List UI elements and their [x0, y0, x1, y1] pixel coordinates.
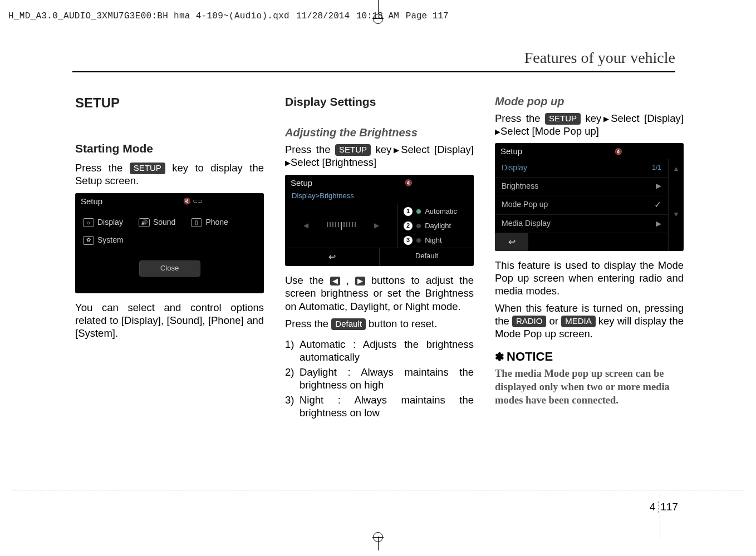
notice-star-icon: ✽ — [495, 351, 504, 363]
para-feature-desc: This feature is used to display the Mode… — [495, 259, 684, 297]
list-text: Daylight : Always maintains the brightne… — [300, 366, 474, 391]
list-num: 1) — [285, 338, 300, 363]
label: System — [97, 235, 124, 245]
text: Select [Display] — [401, 144, 474, 155]
notice-title: NOTICE — [507, 350, 553, 363]
label: Sound — [153, 218, 175, 228]
ss-item-system: ✿System — [83, 235, 124, 245]
list-num: 3) — [285, 393, 300, 419]
para-radio-media: When this feature is turned on, pressing… — [495, 302, 684, 340]
list-item: 1)Automatic : Adjusts the brightness aut… — [285, 338, 474, 363]
scroll-down-icon: ▼ — [669, 205, 684, 250]
left-arrow-button: ◀ — [330, 277, 340, 286]
text: Select [Brightness] — [291, 156, 376, 168]
ss-row-1: ☼Display 🔊Sound ▯Phone — [75, 209, 264, 232]
page-number-value: 117 — [660, 501, 678, 513]
ss-title-text: Setup — [81, 196, 102, 207]
ss-default-button: Default — [380, 248, 474, 266]
para-press-setup: Press the SETUP key to display the Setup… — [75, 161, 264, 187]
ss-close-button: Close — [139, 260, 200, 276]
ss-item-phone: ▯Phone — [191, 218, 228, 228]
heading-adjust-brightness: Adjusting the Brightness — [285, 126, 474, 140]
header-rule — [72, 71, 675, 72]
slug-time: 10:18 AM — [356, 11, 399, 21]
list-text: Night : Always maintains the brightness … — [300, 393, 474, 419]
text: key — [581, 112, 601, 124]
screenshot-mode-popup: Setup 🔇 Display1/1 Brightness▶ Mode Pop … — [495, 143, 684, 250]
screenshot-setup-home: Setup 🔇 ⊂⊃ ☼Display 🔊Sound ▯Phone ✿Syste… — [75, 193, 264, 293]
triangle-icon: ▶ — [285, 159, 291, 167]
label: Night — [425, 236, 441, 245]
section-number: 4 — [650, 501, 656, 513]
text: button to reset. — [366, 318, 438, 329]
radio-dot — [416, 224, 421, 228]
ss-item-display: ☼Display — [83, 218, 123, 228]
list-item: 2)Daylight : Always maintains the bright… — [285, 366, 474, 391]
ss-scrollbar: ▲ ▼ — [668, 159, 684, 251]
label: Mode Pop up — [502, 200, 548, 210]
label: Daylight — [425, 222, 451, 230]
ss-back-button: ↩ — [495, 233, 528, 251]
ss-row-media-display: Media Display▶ — [495, 215, 668, 233]
text: Press the — [75, 162, 130, 174]
label: Phone — [205, 218, 228, 228]
check-icon: ✓ — [654, 199, 661, 210]
ss-row-2: ✿System — [75, 232, 264, 250]
triangle-icon: ▶ — [495, 127, 500, 136]
text: or — [546, 315, 561, 327]
ss-footer: ↩ Default — [285, 248, 474, 266]
column-3: Mode pop up Press the SETUP key▶Select [… — [495, 95, 684, 422]
system-icon: ✿ — [83, 236, 94, 245]
opt-night: 3Night — [398, 233, 474, 248]
heading-display-settings: Display Settings — [285, 95, 474, 109]
ss-status-icons: 🔇 — [615, 148, 622, 156]
callout-2: 2 — [404, 222, 413, 230]
slug-file: H_MD_A3.0_AUDIO_3XMU7G3E00:BH hma 4-109~… — [8, 11, 289, 21]
default-key-label: Default — [331, 318, 366, 330]
ss-title: Setup 🔇 — [285, 175, 474, 191]
ss-options: 1Automatic 2Daylight 3Night — [397, 204, 474, 248]
page-number: 4117 — [650, 501, 678, 513]
crop-cross-top — [372, 18, 384, 19]
list-item: 3)Night : Always maintains the brightnes… — [285, 393, 474, 419]
page-sep — [658, 501, 659, 513]
text: Press the — [285, 318, 331, 329]
heading-starting-mode: Starting Mode — [75, 141, 264, 156]
list-num: 2) — [285, 366, 300, 391]
cut-line — [12, 490, 744, 490]
para-options: You can select and control options relat… — [75, 301, 264, 339]
slug-page: Page 117 — [406, 11, 449, 21]
text: Select [Display] — [611, 112, 684, 124]
heading-setup: SETUP — [75, 95, 264, 111]
ss-slider-area: ◀ ▶ — [285, 204, 397, 248]
radio-key-label: RADIO — [512, 316, 547, 327]
opt-automatic: 1Automatic — [398, 204, 474, 219]
text: Use the — [285, 274, 330, 286]
page-header: Features of your vehicle — [524, 49, 675, 67]
screenshot-brightness: Setup 🔇 Display>Brightness ◀ ▶ 1Automati… — [285, 175, 474, 267]
ss-back-button: ↩ — [285, 248, 380, 266]
setup-key-label: SETUP — [335, 144, 371, 156]
slider-ticks — [311, 222, 372, 230]
column-1: SETUP Starting Mode Press the SETUP key … — [75, 95, 264, 422]
ss-row-display: Display1/1 — [495, 159, 668, 178]
heading-mode-popup: Mode pop up — [495, 95, 684, 109]
callout-3: 3 — [404, 236, 413, 245]
para-press-default: Press the Default button to reset. — [285, 317, 474, 330]
ss-row-mode-popup: Mode Pop up✓ — [495, 195, 668, 215]
ss-title-text: Setup — [291, 178, 312, 189]
ss-wrap: Display1/1 Brightness▶ Mode Pop up✓ Medi… — [495, 159, 684, 251]
label: Media Display — [502, 219, 551, 229]
opt-daylight: 2Daylight — [398, 219, 474, 233]
ss-title: Setup 🔇 — [495, 143, 684, 159]
radio-dot — [416, 238, 421, 243]
text: Press the — [285, 144, 335, 155]
setup-key-label: SETUP — [130, 163, 165, 174]
ss-status-icons: 🔇 — [405, 179, 413, 187]
slider-right-icon: ▶ — [374, 222, 379, 230]
chevron-right-icon: ▶ — [656, 181, 661, 190]
right-arrow-button: ▶ — [355, 277, 365, 286]
radio-dot — [416, 209, 421, 214]
label: Automatic — [425, 207, 457, 216]
ss-title-text: Setup — [500, 146, 522, 157]
